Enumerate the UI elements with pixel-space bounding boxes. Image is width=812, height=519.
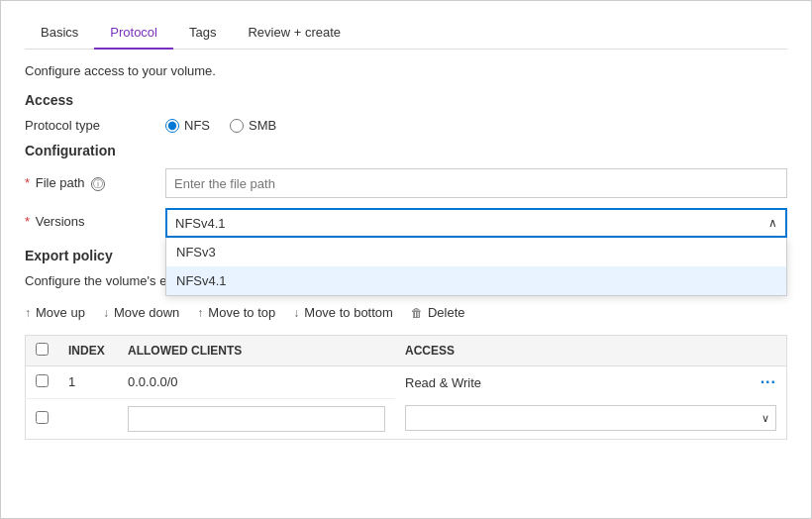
col-header-access: ACCESS bbox=[395, 336, 787, 366]
tab-bar: Basics Protocol Tags Review + create bbox=[25, 17, 787, 50]
delete-button[interactable]: 🗑 Delete bbox=[411, 302, 465, 323]
versions-selected-value: NFSv4.1 bbox=[175, 216, 226, 231]
new-row-allowed-clients-input[interactable] bbox=[128, 406, 385, 432]
new-row-index bbox=[58, 398, 118, 439]
delete-label: Delete bbox=[428, 305, 465, 320]
move-to-top-icon: ↑ bbox=[197, 306, 203, 320]
page-container: Basics Protocol Tags Review + create Con… bbox=[0, 0, 812, 519]
table-new-row: ∨ bbox=[26, 398, 787, 439]
row-1-access-value: Read & Write bbox=[405, 375, 481, 390]
export-policy-toolbar: ↑ Move up ↓ Move down ↑ Move to top ↓ Mo… bbox=[25, 298, 787, 327]
chevron-down-icon: ∨ bbox=[761, 412, 769, 425]
tab-protocol[interactable]: Protocol bbox=[94, 17, 173, 50]
delete-icon: 🗑 bbox=[411, 306, 423, 320]
move-up-label: Move up bbox=[36, 305, 85, 320]
file-path-row: * File path ⓘ bbox=[25, 168, 787, 198]
file-path-info-icon[interactable]: ⓘ bbox=[91, 177, 105, 191]
versions-row: * Versions NFSv4.1 ∧ NFSv3 NFSv4.1 bbox=[25, 208, 787, 238]
radio-smb[interactable]: SMB bbox=[230, 118, 276, 133]
row-1-checkbox[interactable] bbox=[36, 374, 49, 387]
file-path-input[interactable] bbox=[165, 168, 787, 198]
radio-nfs[interactable]: NFS bbox=[165, 118, 210, 133]
protocol-type-options: NFS SMB bbox=[165, 118, 276, 133]
tab-tags[interactable]: Tags bbox=[173, 17, 232, 50]
select-all-checkbox[interactable] bbox=[36, 343, 49, 356]
move-down-icon: ↓ bbox=[103, 306, 109, 320]
protocol-type-row: Protocol type NFS SMB bbox=[25, 118, 787, 133]
versions-option-nfsv41[interactable]: NFSv4.1 bbox=[166, 266, 786, 295]
row-1-allowed-clients: 0.0.0.0/0 bbox=[118, 366, 395, 399]
row-1-access: Read & Write ··· bbox=[395, 366, 786, 398]
row-1-actions-button[interactable]: ··· bbox=[761, 373, 776, 391]
file-path-label: * File path ⓘ bbox=[25, 175, 153, 191]
new-row-checkbox[interactable] bbox=[36, 411, 49, 424]
export-policy-table: INDEX ALLOWED CLIENTS ACCESS 1 0.0.0.0/0… bbox=[25, 335, 787, 440]
move-up-button[interactable]: ↑ Move up bbox=[25, 302, 85, 323]
radio-nfs-label: NFS bbox=[184, 118, 210, 133]
col-header-allowed-clients: ALLOWED CLIENTS bbox=[118, 336, 395, 366]
move-to-top-label: Move to top bbox=[208, 305, 275, 320]
new-row-allowed-clients bbox=[118, 398, 395, 439]
versions-dropdown[interactable]: NFSv4.1 ∧ NFSv3 NFSv4.1 bbox=[165, 208, 787, 238]
move-to-bottom-button[interactable]: ↓ Move to bottom bbox=[293, 302, 393, 323]
new-row-access-dropdown[interactable]: ∨ bbox=[405, 405, 776, 431]
configuration-section-header: Configuration bbox=[25, 143, 787, 158]
table-row: 1 0.0.0.0/0 Read & Write ··· bbox=[26, 366, 787, 399]
versions-label: * Versions bbox=[25, 208, 153, 229]
move-down-button[interactable]: ↓ Move down bbox=[103, 302, 179, 323]
page-description: Configure access to your volume. bbox=[25, 63, 787, 78]
protocol-type-label: Protocol type bbox=[25, 118, 153, 133]
file-path-required-star: * bbox=[25, 175, 30, 190]
access-section-header: Access bbox=[25, 92, 787, 108]
radio-nfs-input[interactable] bbox=[165, 119, 179, 133]
move-up-icon: ↑ bbox=[25, 306, 31, 320]
versions-dropdown-menu: NFSv3 NFSv4.1 bbox=[165, 238, 787, 296]
row-1-index: 1 bbox=[58, 366, 118, 399]
move-down-label: Move down bbox=[114, 305, 179, 320]
versions-required-star: * bbox=[25, 214, 30, 229]
tab-basics[interactable]: Basics bbox=[25, 17, 94, 50]
row-1-checkbox-cell bbox=[26, 366, 59, 399]
move-to-bottom-label: Move to bottom bbox=[304, 305, 393, 320]
versions-dropdown-selected[interactable]: NFSv4.1 ∧ bbox=[165, 208, 787, 238]
table-header-row: INDEX ALLOWED CLIENTS ACCESS bbox=[26, 336, 787, 366]
tab-review-create[interactable]: Review + create bbox=[232, 17, 356, 50]
move-to-bottom-icon: ↓ bbox=[293, 306, 299, 320]
new-row-checkbox-cell bbox=[26, 398, 59, 439]
radio-smb-input[interactable] bbox=[230, 119, 244, 133]
chevron-up-icon: ∧ bbox=[768, 216, 777, 230]
versions-option-nfsv3[interactable]: NFSv3 bbox=[166, 238, 786, 266]
move-to-top-button[interactable]: ↑ Move to top bbox=[197, 302, 275, 323]
col-header-index: INDEX bbox=[58, 336, 118, 366]
col-header-checkbox bbox=[26, 336, 59, 366]
new-row-access: ∨ bbox=[395, 398, 787, 439]
radio-smb-label: SMB bbox=[249, 118, 276, 133]
